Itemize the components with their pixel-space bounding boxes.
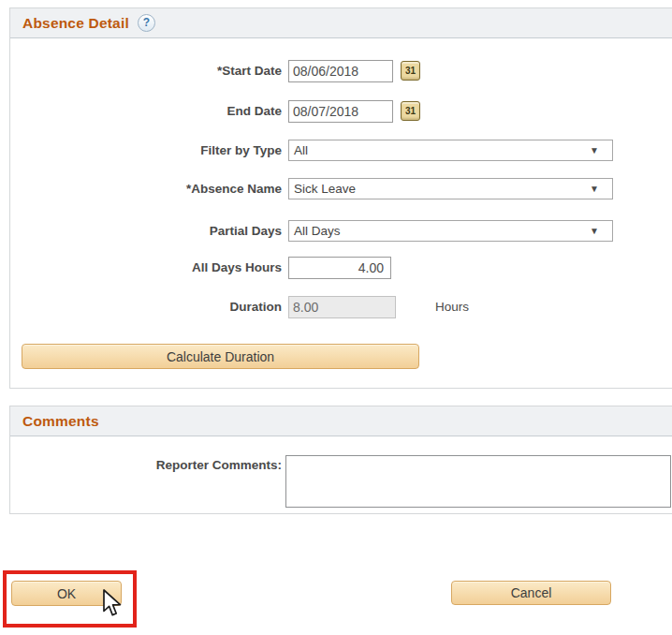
end-date-calendar-icon[interactable]: 31 [401,101,420,121]
absence-name-row: *Absence Name Sick Leave ▼ [10,178,672,200]
absence-name-select[interactable]: Sick Leave ▼ [288,178,613,199]
chevron-down-icon: ▼ [590,145,612,155]
partial-days-select[interactable]: All Days ▼ [288,220,613,242]
all-days-hours-label: All Days Hours [10,257,282,279]
all-days-hours-row: All Days Hours [10,257,672,279]
absence-detail-header: Absence Detail ? [10,8,672,38]
end-date-input[interactable] [288,100,393,123]
absence-detail-panel: Absence Detail ? *Start Date 31 End Date… [9,7,672,389]
start-date-calendar-icon[interactable]: 31 [401,61,420,81]
help-icon[interactable]: ? [138,14,155,32]
reporter-comments-label: Reporter Comments: [10,456,282,475]
absence-detail-title: Absence Detail [22,15,129,32]
duration-label: Duration [10,296,282,318]
start-date-label: *Start Date [10,60,282,82]
duration-unit-label: Hours [435,296,469,318]
duration-input [288,296,396,318]
end-date-label: End Date [10,100,282,123]
start-date-row: *Start Date 31 [10,60,672,82]
partial-days-label: Partial Days [10,220,282,243]
duration-row: Duration Hours [10,296,672,318]
start-date-input[interactable] [288,60,393,82]
chevron-down-icon: ▼ [590,226,612,236]
comments-panel: Comments Reporter Comments: [9,406,672,514]
all-days-hours-input[interactable] [288,257,391,279]
partial-days-value: All Days [289,224,590,238]
reporter-comments-textarea[interactable] [285,455,671,508]
filter-by-type-label: Filter by Type [10,140,282,162]
absence-name-value: Sick Leave [289,182,590,196]
filter-by-type-value: All [289,143,590,157]
filter-by-type-row: Filter by Type All ▼ [10,140,672,162]
comments-header: Comments [10,406,672,436]
calculate-duration-button[interactable]: Calculate Duration [22,344,419,369]
comments-title: Comments [22,413,99,430]
end-date-row: End Date 31 [10,100,672,123]
ok-button[interactable]: OK [11,581,122,606]
absence-name-label: *Absence Name [10,178,282,200]
partial-days-row: Partial Days All Days ▼ [10,220,672,243]
filter-by-type-select[interactable]: All ▼ [288,140,613,161]
chevron-down-icon: ▼ [590,184,612,194]
cancel-button[interactable]: Cancel [451,581,611,605]
